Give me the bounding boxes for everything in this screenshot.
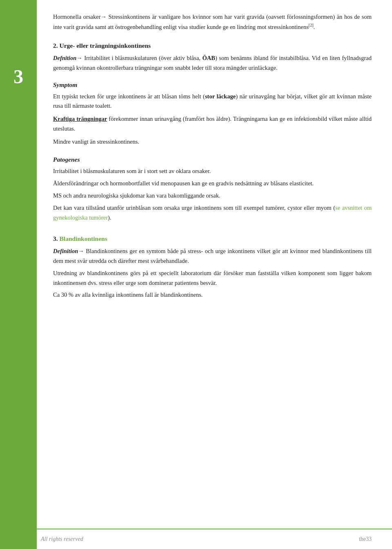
- section3-def-text: Blandinkontinens ger en symtom både på s…: [53, 248, 372, 264]
- section3-text-3: Ca 30 % av alla kvinnliga inkontinens fa…: [53, 290, 372, 300]
- symptom-heading: Symptom: [53, 81, 372, 89]
- top-paragraph: Hormonella orsaker→ Stressinkontinens är…: [53, 12, 372, 32]
- page-wrapper: 3 Hormonella orsaker→ Stressinkontinens …: [0, 0, 392, 549]
- section3-definition-block: Definition→ Blandinkontinens ger en symt…: [53, 247, 372, 266]
- patogenes-text-4: Det kan vara tillstånd utanför urinblåsa…: [53, 203, 372, 223]
- section2-heading: 2. Urge- eller trängningsinkontinens: [53, 42, 372, 49]
- definition-text: Irritabilitet i blåsmuskulaturen (över a…: [53, 55, 372, 71]
- patogenes-text-3: MS och andra neurologiska sjukdomar kan …: [53, 191, 372, 201]
- chapter-number: 3: [13, 65, 23, 88]
- section3-number: 3.: [53, 235, 58, 242]
- patogenes-text-1: Irritabilitet i blåsmuskulaturen som är …: [53, 167, 372, 176]
- kraftiga-trangningar: Kraftiga trängningar: [53, 116, 107, 122]
- symptom-text-1: Ett typiskt tecken för urge inkontinens …: [53, 92, 372, 111]
- footer-right: the33: [359, 536, 372, 542]
- definition-arrow: →: [76, 55, 82, 61]
- patogenes-heading: Patogenes: [53, 156, 372, 163]
- footer-left: All rights reserved: [41, 536, 83, 542]
- section3-text-2: Utredning av blandinkontinens görs på et…: [53, 269, 372, 288]
- section3-heading: 3. Blandinkontinens: [53, 235, 372, 242]
- definition-block: Defnition→ Irritabilitet i blåsmuskulatu…: [53, 53, 372, 73]
- symptom-bold: stor läckage: [205, 93, 236, 100]
- section3-def-label: Definition: [53, 248, 78, 254]
- section3-title: Blandinkontinens: [60, 235, 107, 242]
- main-content: Hormonella orsaker→ Stressinkontinens är…: [37, 0, 392, 549]
- patogenes-text-2: Åldersförändringar och hormonbortfallet …: [53, 179, 372, 189]
- symptom-text-2: Kraftiga trängningar förekommer innan ur…: [53, 114, 372, 134]
- superscript: [2]: [309, 23, 314, 27]
- symptom-text-3: Mindre vanligt än stressinkontinens.: [53, 137, 372, 147]
- section3-def-arrow: →: [78, 248, 84, 254]
- sidebar: 3: [0, 0, 37, 549]
- definition-label: Defnition: [53, 55, 76, 61]
- footer: All rights reserved the33: [0, 529, 392, 549]
